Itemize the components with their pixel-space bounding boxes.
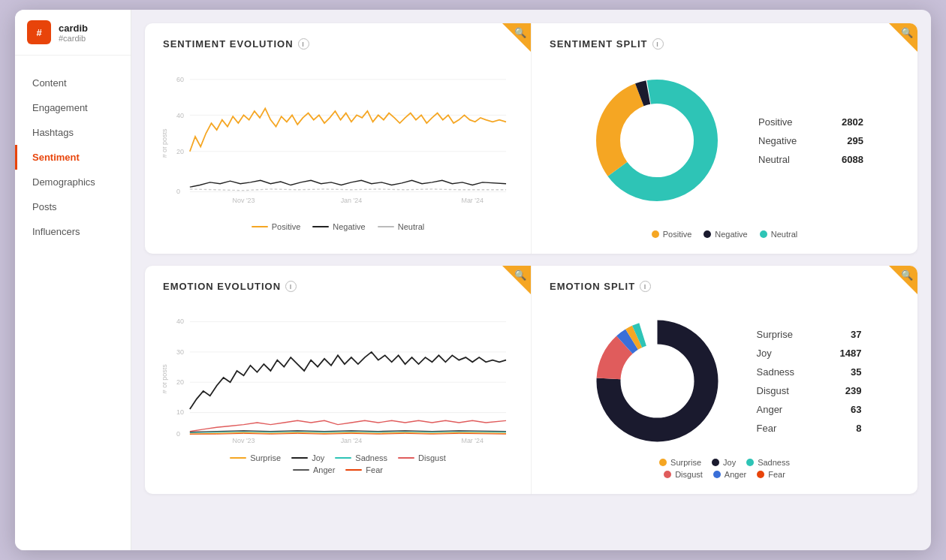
- emo-split-legend-joy: Joy: [712, 458, 736, 467]
- emotion-split-panel: 🔍 EMOTION SPLIT i: [531, 266, 917, 494]
- emo-legend-fear: Fear: [345, 465, 383, 474]
- svg-text:60: 60: [176, 76, 184, 83]
- split-positive-row: Positive 2802: [758, 116, 863, 128]
- legend-neutral: Neutral: [378, 222, 424, 231]
- split-anger-row: Anger 63: [757, 404, 862, 415]
- app-handle: #cardib: [59, 34, 88, 43]
- sidebar-item-influencers[interactable]: Influencers: [15, 219, 131, 244]
- svg-text:Nov '23: Nov '23: [232, 197, 255, 204]
- sidebar-item-hashtags[interactable]: Hashtags: [15, 120, 131, 145]
- sidebar-item-content[interactable]: Content: [15, 71, 131, 95]
- emotion-donut-legend: Surprise Joy Sadness: [550, 458, 899, 479]
- legend-negative: Negative: [312, 222, 365, 231]
- emo-legend-sadness: Sadness: [335, 453, 387, 462]
- svg-text:Mar '24: Mar '24: [461, 197, 484, 204]
- emotion-split-info[interactable]: i: [640, 281, 651, 292]
- sidebar-item-sentiment[interactable]: Sentiment: [15, 145, 131, 170]
- svg-text:0: 0: [176, 188, 180, 195]
- sentiment-card: 🔍 SENTIMENT EVOLUTION i 60 40 20 0 # of …: [145, 23, 917, 254]
- sentiment-evolution-info[interactable]: i: [298, 38, 309, 50]
- emo-split-legend-fear: Fear: [757, 470, 785, 479]
- svg-text:30: 30: [176, 348, 184, 356]
- sentiment-split-legend-table: Positive 2802 Negative 295 Neutral 6088: [758, 116, 863, 165]
- emo-legend-disgust: Disgust: [398, 453, 446, 462]
- legend-positive: Positive: [252, 222, 301, 231]
- emotion-split-legend-table: Surprise 37 Joy 1487 Sadness 35 Disgus: [757, 329, 862, 434]
- emo-split-legend-sadness: Sadness: [746, 458, 790, 467]
- emo-split-legend-surprise: Surprise: [659, 458, 701, 467]
- legend-neutral-line: [378, 226, 394, 227]
- svg-text:# of posts: # of posts: [163, 128, 168, 158]
- donut-legend-positive: Positive: [652, 230, 692, 239]
- search-icon: 🔍: [514, 27, 526, 38]
- sentiment-split-info[interactable]: i: [652, 38, 664, 50]
- donut-legend-neutral: Neutral: [760, 230, 797, 239]
- split-fear-row: Fear 8: [757, 423, 862, 434]
- svg-text:Nov '23: Nov '23: [232, 437, 255, 444]
- emo-legend-surprise: Surprise: [230, 453, 281, 462]
- app-window: # cardib #cardib Content Engagement Hash…: [15, 10, 931, 550]
- split-neutral-row: Neutral 6088: [758, 154, 863, 165]
- sidebar: # cardib #cardib Content Engagement Hash…: [15, 10, 131, 550]
- sentiment-evolution-panel: 🔍 SENTIMENT EVOLUTION i 60 40 20 0 # of …: [145, 23, 531, 254]
- svg-text:40: 40: [176, 112, 184, 119]
- legend-negative-line: [312, 226, 329, 227]
- svg-text:# of posts: # of posts: [163, 364, 168, 393]
- sidebar-nav: Content Engagement Hashtags Sentiment De…: [15, 56, 131, 259]
- svg-point-35: [621, 345, 693, 417]
- search-icon-emotion-evo: 🔍: [514, 269, 526, 281]
- emotion-evolution-chart: 40 30 20 10 0 # of posts: [163, 304, 513, 453]
- split-negative-row: Negative 295: [758, 135, 863, 146]
- svg-text:Jan '24: Jan '24: [341, 437, 363, 444]
- sidebar-item-posts[interactable]: Posts: [15, 194, 131, 219]
- emotion-card: 🔍 EMOTION EVOLUTION i 40 30 20 10 0 # of…: [145, 266, 917, 494]
- svg-text:Jan '24: Jan '24: [341, 197, 363, 204]
- emotion-evolution-panel: 🔍 EMOTION EVOLUTION i 40 30 20 10 0 # of…: [145, 266, 531, 494]
- app-logo-icon: #: [27, 20, 51, 44]
- sentiment-evolution-title: SENTIMENT EVOLUTION i: [163, 38, 513, 50]
- emotion-split-content: Surprise 37 Joy 1487 Sadness 35 Disgus: [550, 304, 899, 458]
- sentiment-evolution-legend: Positive Negative Neutral: [163, 222, 513, 231]
- svg-text:20: 20: [176, 148, 184, 155]
- emotion-evolution-legend: Surprise Joy Sadness Disgust: [163, 453, 513, 474]
- emo-split-legend-anger: Anger: [713, 470, 746, 479]
- svg-text:10: 10: [176, 408, 184, 416]
- emotion-evolution-title: EMOTION EVOLUTION i: [163, 281, 513, 292]
- logo-text: cardib #cardib: [59, 23, 88, 43]
- svg-text:40: 40: [176, 318, 184, 325]
- svg-text:0: 0: [176, 430, 180, 438]
- sidebar-logo: # cardib #cardib: [15, 10, 131, 56]
- svg-text:20: 20: [176, 378, 184, 386]
- sidebar-item-engagement[interactable]: Engagement: [15, 95, 131, 120]
- main-content: 🔍 SENTIMENT EVOLUTION i 60 40 20 0 # of …: [131, 10, 931, 550]
- emotion-evolution-info[interactable]: i: [285, 281, 297, 292]
- svg-text:Mar '24: Mar '24: [461, 437, 484, 444]
- sentiment-donut-chart: [586, 69, 728, 212]
- donut-legend-negative: Negative: [703, 230, 747, 239]
- sidebar-item-demographics[interactable]: Demographics: [15, 170, 131, 194]
- sentiment-split-title: SENTIMENT SPLIT i: [550, 38, 899, 50]
- split-surprise-row: Surprise 37: [757, 329, 862, 340]
- legend-positive-line: [252, 226, 268, 227]
- split-disgust-row: Disgust 239: [757, 385, 862, 396]
- sentiment-evolution-chart: 60 40 20 0 # of posts: [163, 62, 513, 215]
- split-sadness-row: Sadness 35: [757, 366, 862, 378]
- sentiment-split-panel: 🔍 SENTIMENT SPLIT i: [531, 23, 917, 254]
- search-icon-split: 🔍: [901, 27, 913, 38]
- emotion-split-title: EMOTION SPLIT i: [550, 281, 899, 292]
- sentiment-donut-legend: Positive Negative Neutral: [550, 230, 899, 239]
- sentiment-split-content: Positive 2802 Negative 295 Neutral 6088: [550, 62, 899, 219]
- emo-legend-joy: Joy: [291, 453, 324, 462]
- svg-point-15: [621, 104, 693, 176]
- split-joy-row: Joy 1487: [757, 348, 862, 359]
- emo-legend-anger: Anger: [293, 465, 335, 474]
- search-icon-emotion-split: 🔍: [901, 269, 913, 281]
- app-name: cardib: [59, 23, 88, 34]
- emotion-donut-chart: [588, 312, 727, 450]
- emo-split-legend-disgust: Disgust: [664, 470, 703, 479]
